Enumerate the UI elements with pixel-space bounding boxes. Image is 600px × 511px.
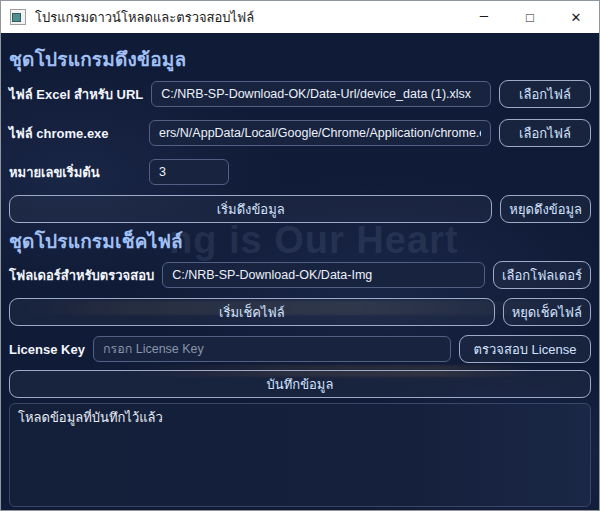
app-window: โปรแกรมดาวน์โหลดและตรวจสอบไฟล์ – □ ✕ ng …	[0, 0, 600, 511]
excel-url-row: ไฟล์ Excel สำหรับ URL เลือกไฟล์	[9, 80, 591, 108]
license-label: License Key	[9, 342, 85, 357]
verify-license-button[interactable]: ตรวจสอบ License	[459, 335, 591, 363]
check-folder-row: โฟลเดอร์สำหรับตรวจสอบ เลือกโฟลเดอร์	[9, 261, 591, 289]
choose-folder-button[interactable]: เลือกโฟลเดอร์	[493, 261, 591, 289]
chrome-exe-input[interactable]	[149, 120, 491, 146]
stop-check-button[interactable]: หยุดเช็คไฟล์	[503, 298, 591, 326]
section-header-check: ชุดโปรแกรมเช็คไฟล์	[9, 229, 591, 255]
save-data-button[interactable]: บันทึกข้อมูล	[9, 370, 591, 398]
check-actions-row: เริ่มเช็คไฟล์ หยุดเช็คไฟล์	[9, 298, 591, 326]
close-icon: ✕	[571, 10, 582, 25]
window-title: โปรแกรมดาวน์โหลดและตรวจสอบไฟล์	[35, 7, 254, 28]
main-content: ng is Our Heart ชุดโปรแกรมดึงข้อมูล ไฟล์…	[1, 33, 599, 510]
stop-download-button[interactable]: หยุดดึงข้อมูล	[500, 195, 591, 223]
start-number-label: หมายเลขเริ่มต้น	[9, 162, 141, 183]
start-number-row: หมายเลขเริ่มต้น	[9, 158, 591, 186]
download-actions-row: เริ่มดึงข้อมูล หยุดดึงข้อมูล	[9, 195, 591, 223]
maximize-icon: □	[526, 10, 534, 25]
start-number-input[interactable]	[149, 159, 229, 185]
excel-url-input[interactable]	[151, 81, 491, 107]
start-download-button[interactable]: เริ่มดึงข้อมูล	[9, 195, 492, 223]
app-icon-inner	[12, 13, 21, 22]
title-bar[interactable]: โปรแกรมดาวน์โหลดและตรวจสอบไฟล์ – □ ✕	[1, 1, 599, 33]
save-row: บันทึกข้อมูล	[9, 370, 591, 398]
start-check-button[interactable]: เริ่มเช็คไฟล์	[9, 298, 495, 326]
close-button[interactable]: ✕	[553, 1, 599, 33]
license-key-input[interactable]	[93, 336, 451, 362]
check-folder-label: โฟลเดอร์สำหรับตรวจสอบ	[9, 265, 154, 286]
chrome-exe-row: ไฟล์ chrome.exe เลือกไฟล์	[9, 119, 591, 147]
chrome-exe-label: ไฟล์ chrome.exe	[9, 123, 141, 144]
caption-buttons: – □ ✕	[461, 1, 599, 33]
excel-choose-file-button[interactable]: เลือกไฟล์	[499, 80, 591, 108]
minimize-button[interactable]: –	[461, 1, 507, 33]
chrome-choose-file-button[interactable]: เลือกไฟล์	[499, 119, 591, 147]
log-textarea[interactable]: โหลดข้อมูลที่บันทึกไว้แล้ว	[9, 403, 591, 507]
section-header-download: ชุดโปรแกรมดึงข้อมูล	[9, 47, 591, 73]
check-folder-input[interactable]	[162, 262, 485, 288]
maximize-button[interactable]: □	[507, 1, 553, 33]
license-row: License Key ตรวจสอบ License	[9, 335, 591, 363]
app-icon	[10, 9, 26, 25]
excel-url-label: ไฟล์ Excel สำหรับ URL	[9, 84, 143, 105]
